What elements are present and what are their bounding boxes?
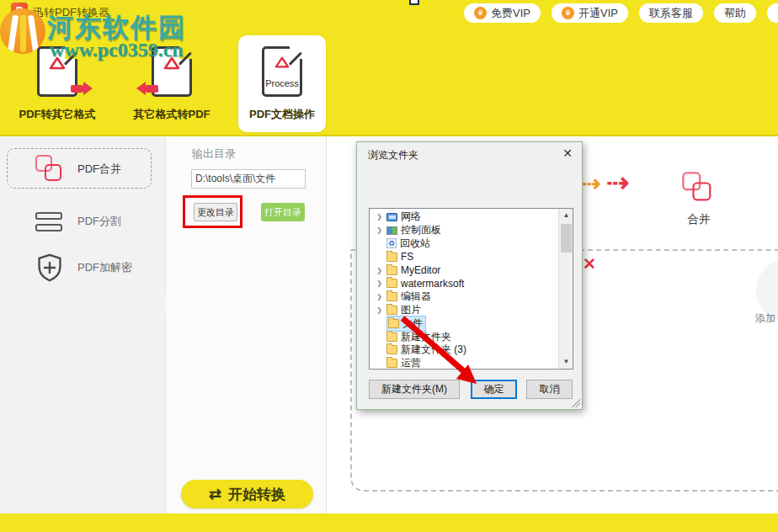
tree-item-fs[interactable]: FS xyxy=(370,250,558,263)
arrow-right-icon xyxy=(71,82,93,95)
tree-item-network[interactable]: ❯ 网络 xyxy=(370,210,558,224)
sidebar-item-pdf-merge[interactable]: PDF合并 xyxy=(0,148,166,190)
tree-item-watermarksoft[interactable]: ❯ watermarksoft xyxy=(370,277,558,290)
scroll-thumb[interactable] xyxy=(561,224,572,253)
tab-other-to-pdf[interactable]: 其它格式转PDF xyxy=(128,36,216,132)
merge-label: 合并 xyxy=(684,212,714,227)
swap-arrows-icon: ⇄ xyxy=(209,485,221,503)
chevron-right-icon[interactable]: ❯ xyxy=(376,293,383,301)
chevron-right-icon[interactable]: ❯ xyxy=(376,213,383,221)
pdf-logo-icon xyxy=(163,56,181,71)
tree-item-recycle-bin[interactable]: ♻ 回收站 xyxy=(370,237,558,251)
dashed-arrow-orange-icon: ⇢ xyxy=(582,170,601,197)
folder-icon xyxy=(386,292,397,301)
dashed-arrow-red-icon: ⇢ xyxy=(606,167,629,199)
feedback-button[interactable]: 反馈 xyxy=(767,3,778,23)
chevron-right-icon[interactable]: ❯ xyxy=(376,306,383,314)
window-title: 迅转PDF转换器 xyxy=(33,5,109,20)
network-icon xyxy=(386,213,397,221)
cancel-button[interactable]: 取消 xyxy=(526,380,573,399)
folder-icon xyxy=(386,279,397,288)
app-logo-icon: P xyxy=(11,3,28,19)
folder-icon xyxy=(386,332,397,342)
merge-result-icon xyxy=(682,172,713,203)
tree-item-new-folder[interactable]: 新建文件夹 xyxy=(370,330,558,343)
pdf-logo-icon xyxy=(273,56,291,69)
free-vip-button[interactable]: ♛ 免费VIP xyxy=(464,3,541,23)
arrow-left-icon xyxy=(136,82,158,95)
tab-pdf-operations[interactable]: Process PDF文档操作 xyxy=(238,36,326,132)
tree-item-control-panel[interactable]: ❯ 控制面板 xyxy=(370,224,558,237)
pdf-operations-icon: Process xyxy=(262,46,302,97)
open-dir-button[interactable]: 打开目录 xyxy=(261,203,305,221)
pdf-to-other-icon xyxy=(37,46,77,97)
dialog-title: 浏览文件夹 xyxy=(368,148,418,162)
add-file-label: 添加 xyxy=(755,311,775,326)
tree-item-files-selected[interactable]: 文件 xyxy=(370,317,558,330)
header-buttons: ♛ 免费VIP ♛ 开通VIP 联系客服 帮助 反馈 xyxy=(464,3,778,23)
close-icon[interactable]: ✕ xyxy=(562,146,573,160)
browse-folder-dialog: 浏览文件夹 ✕ ❯ 网络 ❯ 控制面板 ♻ 回收站 xyxy=(356,141,583,410)
dialog-titlebar[interactable]: 浏览文件夹 ✕ xyxy=(357,142,582,164)
help-button[interactable]: 帮助 xyxy=(714,3,756,23)
chevron-right-icon[interactable]: ❯ xyxy=(376,226,383,234)
new-folder-button[interactable]: 新建文件夹(M) xyxy=(369,380,460,399)
output-path-input[interactable]: D:\tools\桌面\文件 xyxy=(191,169,306,189)
folder-icon xyxy=(386,359,397,368)
open-vip-button[interactable]: ♛ 开通VIP xyxy=(552,3,628,23)
split-icon xyxy=(35,209,62,234)
shield-plus-icon xyxy=(35,253,64,283)
output-panel: 输出目录 D:\tools\桌面\文件 更改目录 打开目录 ⇄ 开始转换 xyxy=(166,136,327,513)
folder-icon xyxy=(386,253,397,262)
ok-button[interactable]: 确定 xyxy=(471,380,517,399)
folder-icon xyxy=(386,306,397,315)
other-to-pdf-icon xyxy=(152,46,192,97)
start-convert-button[interactable]: ⇄ 开始转换 xyxy=(181,480,313,508)
recycle-bin-icon: ♻ xyxy=(386,238,397,248)
minimize-button[interactable] xyxy=(409,0,419,5)
chevron-right-icon[interactable]: ❯ xyxy=(376,267,383,274)
tree-item-new-folder-3[interactable]: 新建文件夹 (3) xyxy=(370,343,558,357)
chevron-right-icon[interactable]: ❯ xyxy=(376,279,383,287)
folder-icon xyxy=(386,266,397,275)
folder-icon xyxy=(388,319,399,328)
pdf-logo-icon xyxy=(48,56,67,71)
tree-item-myeditor[interactable]: ❯ MyEditor xyxy=(370,263,558,277)
crown-icon: ♛ xyxy=(562,7,574,19)
tree-scrollbar[interactable]: ▲ ▼ xyxy=(558,209,573,369)
crown-icon: ♛ xyxy=(474,7,487,19)
folder-tree: ❯ 网络 ❯ 控制面板 ♻ 回收站 FS xyxy=(369,208,573,370)
sidebar-item-pdf-split[interactable]: PDF分割 xyxy=(0,200,166,242)
sidebar-item-pdf-encrypt[interactable]: PDF加解密 xyxy=(0,247,166,289)
sidebar: PDF合并 PDF分割 PDF加解密 xyxy=(0,136,166,513)
control-panel-icon xyxy=(386,226,397,235)
tab-pdf-to-other[interactable]: PDF转其它格式 xyxy=(13,36,101,132)
tree-item-operations[interactable]: 运营 xyxy=(370,357,558,370)
app-window: P 迅转PDF转换器 ♛ 免费VIP ♛ 开通VIP 联系客服 帮助 反馈 xyxy=(0,0,778,532)
resize-grip[interactable] xyxy=(572,399,580,407)
contact-support-button[interactable]: 联系客服 xyxy=(639,3,703,23)
scroll-down-icon[interactable]: ▼ xyxy=(559,355,573,369)
output-dir-label: 输出目录 xyxy=(192,146,236,162)
annotation-highlight-rect xyxy=(183,195,242,228)
footer-bar: 支持拖拽上传，转换格式/转让，需要上门购买 xyxy=(0,513,778,532)
header-bar: P 迅转PDF转换器 ♛ 免费VIP ♛ 开通VIP 联系客服 帮助 反馈 xyxy=(0,0,778,136)
folder-icon xyxy=(386,345,397,354)
tree-item-editor[interactable]: ❯ 编辑器 xyxy=(370,290,558,304)
remove-file-icon[interactable]: ✕ xyxy=(583,254,596,274)
merge-icon xyxy=(35,155,64,184)
scroll-up-icon[interactable]: ▲ xyxy=(559,209,573,222)
